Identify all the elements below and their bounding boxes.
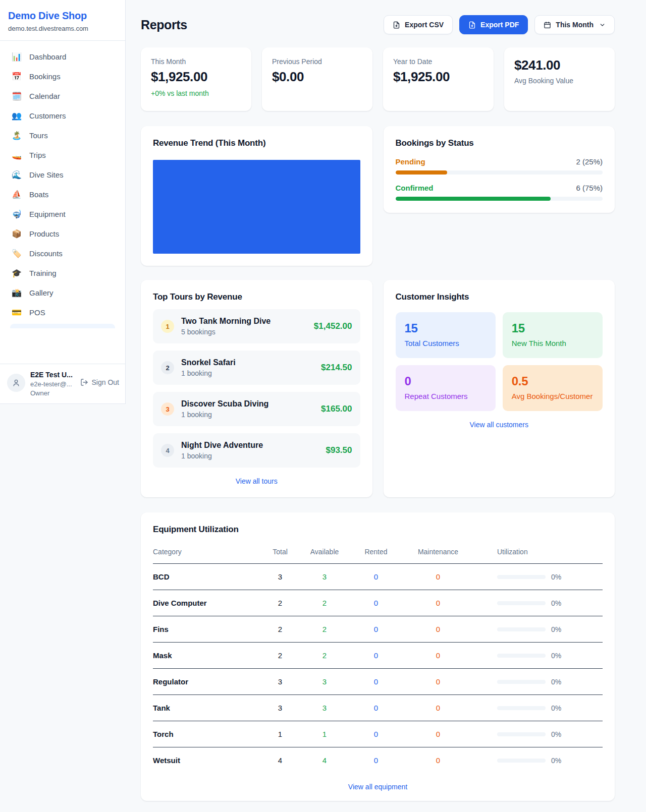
tour-bookings: 1 booking (181, 452, 319, 460)
main-content: Reports Export CSV Export PDF This Month… (126, 0, 646, 812)
graduation-cap-icon: 🎓 (11, 268, 22, 278)
sidebar-item-label: Equipment (29, 210, 66, 218)
cell-category: Tank (153, 695, 262, 721)
tour-row: 1 Two Tank Morning Dive 5 bookings $1,45… (153, 309, 360, 343)
utilization-percent: 0% (551, 599, 561, 607)
tour-bookings: 1 booking (181, 411, 314, 419)
sidebar-item-customers[interactable]: 👥 Customers (5, 106, 120, 126)
utilization-bar (497, 654, 546, 658)
insight-tile-repeat-customers: 0 Repeat Customers (396, 365, 496, 411)
view-all-tours-link[interactable]: View all tours (153, 477, 360, 485)
cell-rented: 0 (351, 721, 401, 747)
cell-total: 2 (262, 616, 298, 643)
sidebar-item-pos[interactable]: 💳 POS (5, 303, 120, 322)
progress-track (396, 197, 603, 201)
tour-revenue: $214.50 (321, 363, 352, 373)
cell-total: 2 (262, 590, 298, 616)
stat-value: $1,925.00 (151, 69, 241, 85)
status-count: 2 (25%) (576, 157, 603, 166)
sign-out-button[interactable]: Sign Out (80, 378, 119, 386)
progress-fill-pending (396, 170, 448, 175)
cell-maintenance: 0 (401, 669, 475, 695)
stat-card-this-month: This Month $1,925.00 +0% vs last month (141, 47, 251, 111)
calendar-icon (544, 21, 551, 29)
sidebar-item-dive-sites[interactable]: 🌊 Dive Sites (5, 165, 120, 185)
tile-label: Repeat Customers (405, 392, 487, 400)
equipment-utilization-card: Equipment Utilization Category Total Ava… (141, 512, 615, 801)
utilization-bar (497, 575, 546, 579)
tile-label: Avg Bookings/Customer (512, 392, 594, 400)
credit-card-icon: 💳 (11, 308, 22, 317)
spiral-calendar-icon: 🗓️ (11, 91, 22, 101)
view-all-equipment-link[interactable]: View all equipment (153, 783, 603, 791)
stat-value: $241.00 (514, 57, 605, 73)
cell-category: Regulator (153, 669, 262, 695)
shop-domain: demo.test.divestreams.com (8, 25, 116, 32)
camera-icon: 📸 (11, 288, 22, 298)
sidebar-item-label: Dive Sites (29, 170, 64, 179)
tour-name: Snorkel Safari (181, 358, 314, 367)
tour-name: Two Tank Morning Dive (181, 317, 307, 326)
cell-utilization: 0% (475, 721, 603, 747)
cell-available: 3 (298, 695, 351, 721)
export-pdf-button[interactable]: Export PDF (459, 15, 528, 34)
sidebar-item-calendar[interactable]: 🗓️ Calendar (5, 86, 120, 106)
sidebar-item-tours[interactable]: 🏝️ Tours (5, 126, 120, 145)
sidebar-item-bookings[interactable]: 📅 Bookings (5, 67, 120, 86)
top-tours-title: Top Tours by Revenue (153, 292, 360, 302)
equipment-table-header: Category Total Available Rented Maintena… (153, 542, 603, 564)
insight-tile-new-this-month: 15 New This Month (503, 312, 603, 358)
calendar-date-icon: 📅 (11, 72, 22, 81)
tile-value: 15 (512, 321, 594, 335)
cell-total: 1 (262, 721, 298, 747)
cell-utilization: 0% (475, 616, 603, 643)
speedboat-icon: 🚤 (11, 150, 22, 160)
sidebar-item-trips[interactable]: 🚤 Trips (5, 145, 120, 165)
utilization-percent: 0% (551, 573, 561, 581)
stat-value: $0.00 (272, 69, 362, 85)
export-csv-button[interactable]: Export CSV (384, 15, 453, 34)
cell-rented: 0 (351, 669, 401, 695)
sailboat-icon: ⛵ (11, 190, 22, 199)
user-email: e2e-tester@... (30, 380, 75, 388)
tour-name: Discover Scuba Diving (181, 399, 314, 409)
sidebar-item-label: Trips (29, 151, 46, 159)
tile-label: Total Customers (405, 339, 487, 347)
stat-label: Year to Date (393, 57, 483, 66)
cell-total: 2 (262, 643, 298, 669)
sidebar-item-products[interactable]: 📦 Products (5, 224, 120, 244)
equipment-row: Regulator 3 3 0 0 0% (153, 669, 603, 695)
sidebar-item-discounts[interactable]: 🏷️ Discounts (5, 244, 120, 263)
view-all-customers-link[interactable]: View all customers (396, 421, 603, 429)
sidebar-item-equipment[interactable]: 🤿 Equipment (5, 204, 120, 224)
equipment-row: Torch 1 1 0 0 0% (153, 721, 603, 747)
progress-fill-confirmed (396, 197, 551, 201)
rank-badge: 2 (161, 361, 174, 374)
avatar (7, 374, 25, 392)
bookings-by-status-title: Bookings by Status (396, 138, 603, 148)
cell-total: 3 (262, 669, 298, 695)
sidebar-item-training[interactable]: 🎓 Training (5, 263, 120, 283)
status-label: Pending (396, 157, 425, 166)
sidebar-item-label: Tours (29, 131, 48, 140)
period-dropdown[interactable]: This Month (534, 15, 615, 34)
cell-total: 3 (262, 564, 298, 590)
sidebar-item-dashboard[interactable]: 📊 Dashboard (5, 47, 120, 67)
equipment-row: Tank 3 3 0 0 0% (153, 695, 603, 721)
stat-card-year-to-date: Year to Date $1,925.00 (383, 47, 494, 111)
insights-grid: 15 Total Customers 15 New This Month 0 R… (396, 312, 603, 411)
sidebar-header: Demo Dive Shop demo.test.divestreams.com (0, 0, 125, 41)
bookings-by-status-card: Bookings by Status Pending 2 (25%) Confi… (384, 126, 615, 213)
user-role: Owner (30, 389, 75, 397)
sidebar-item-label: Boats (29, 190, 48, 199)
rank-badge: 1 (161, 320, 174, 333)
cell-utilization: 0% (475, 695, 603, 721)
stats-row: This Month $1,925.00 +0% vs last month P… (141, 47, 615, 111)
sidebar: Demo Dive Shop demo.test.divestreams.com… (0, 0, 126, 404)
sidebar-item-gallery[interactable]: 📸 Gallery (5, 283, 120, 303)
sidebar-item-label: Products (29, 229, 59, 238)
insights-row: Top Tours by Revenue 1 Two Tank Morning … (141, 280, 615, 497)
cell-total: 3 (262, 695, 298, 721)
sidebar-item-boats[interactable]: ⛵ Boats (5, 185, 120, 204)
sidebar-item-reports-partial[interactable] (10, 324, 115, 328)
